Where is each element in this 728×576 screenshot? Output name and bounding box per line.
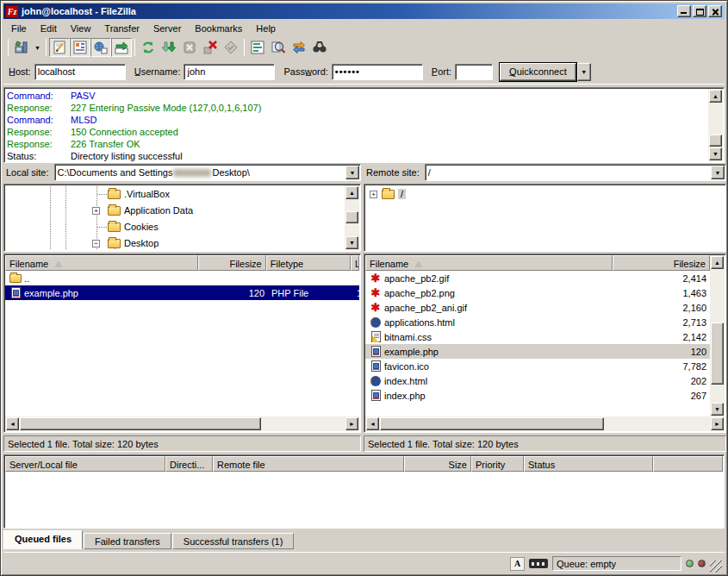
file-row-selected[interactable]: example.php 120 PHP File 1 [5,285,359,300]
local-tree-scrollbar[interactable]: ▲ ▼ [345,185,359,250]
file-row[interactable]: index.html 202 [365,373,710,388]
local-column-filesize[interactable]: Filesize [198,255,265,271]
tree-item-cookies[interactable]: Cookies [6,219,358,235]
host-input[interactable] [34,64,126,80]
scroll-thumb[interactable] [380,417,604,430]
scroll-thumb[interactable] [345,211,358,223]
toggle-local-tree-button[interactable] [70,38,90,57]
local-column-filename[interactable]: Filename [5,255,198,271]
menu-help[interactable]: Help [249,21,283,36]
filter-button[interactable] [247,38,268,57]
queue-column-serverlocal[interactable]: Server/Local file [5,456,165,472]
scroll-thumb[interactable] [20,417,261,430]
data-type-icon[interactable]: A [510,557,525,571]
local-column-filetype[interactable]: Filetype [266,255,351,271]
password-input[interactable] [332,64,423,80]
username-input[interactable] [184,64,275,80]
file-row[interactable]: ✱apache_pb2.png 1,463 [365,285,710,300]
file-row[interactable]: ✱apache_pb2_ani.gif 2,160 [365,300,710,315]
refresh-button[interactable] [138,38,159,57]
expand-plus-icon[interactable] [92,207,100,215]
cancel-operation-button[interactable] [179,38,200,57]
tree-item-application-data[interactable]: Application Data [6,203,358,219]
remote-path-combo[interactable]: / ▼ [425,164,726,181]
remote-tree-icon [92,39,109,56]
file-row[interactable]: favicon.ico 7,782 [365,359,710,373]
directory-comparison-button[interactable] [268,38,289,57]
scroll-right-button[interactable]: ► [711,417,724,430]
queue-column-remotefile[interactable]: Remote file [213,456,404,472]
disconnect-button[interactable] [200,38,221,57]
queue-column-extra[interactable] [653,456,723,472]
expand-plus-icon[interactable] [370,191,377,198]
file-row[interactable]: applications.html 2,713 [365,315,710,329]
log-scrollbar[interactable]: ▲ ▼ [708,89,723,161]
local-path-dropdown[interactable]: ▼ [345,166,359,179]
queue-column-priority[interactable]: Priority [471,456,524,472]
synchronized-browsing-button[interactable] [289,38,309,57]
close-button[interactable] [708,5,722,17]
site-manager-dropdown[interactable]: ▼ [32,38,43,57]
toggle-remote-tree-button[interactable] [90,38,111,57]
tab-queued-files[interactable]: Queued files [3,530,83,549]
menu-transfer[interactable]: Transfer [97,21,146,36]
tab-successful-transfers[interactable]: Successful transfers (1) [172,533,295,549]
remote-vscrollbar[interactable]: ▲ ▼ [710,255,725,416]
scroll-up-button[interactable]: ▲ [345,186,358,199]
quickconnect-dropdown[interactable]: ▼ [577,63,591,81]
queue-column-size[interactable]: Size [404,456,471,472]
scroll-right-button[interactable]: ► [345,417,358,430]
tree-item-desktop[interactable]: Desktop [6,235,358,252]
toggle-transfer-queue-button[interactable] [111,38,132,57]
scroll-thumb[interactable] [711,322,724,385]
remote-hscrollbar[interactable]: ◄ ► [365,416,725,431]
scroll-down-button[interactable]: ▼ [711,403,724,416]
scroll-thumb[interactable] [709,135,722,147]
file-row[interactable]: bitnami.css 2,142 [365,329,710,344]
find-files-button[interactable] [309,38,330,57]
file-row[interactable]: index.php 267 [365,388,710,403]
scroll-left-button[interactable]: ◄ [6,417,19,430]
scroll-left-button[interactable]: ◄ [366,417,379,430]
queue-status: Queue: empty [552,556,681,571]
expand-minus-icon[interactable] [92,240,100,247]
message-log-icon [51,39,68,56]
maximize-button[interactable] [693,5,706,17]
transfer-queue-icon [113,39,130,56]
tab-failed-transfers[interactable]: Failed transfers [84,533,171,549]
file-row-updir[interactable]: .. [5,271,359,285]
queue-body [5,472,723,527]
scroll-down-button[interactable]: ▼ [345,236,358,249]
menu-edit[interactable]: Edit [34,21,64,36]
quickconnect-button[interactable]: Q̲uickconnect [500,63,576,81]
resize-grip[interactable] [710,560,722,573]
scroll-up-button[interactable]: ▲ [709,90,722,103]
toggle-message-log-button[interactable] [49,38,70,57]
local-column-lastmodified[interactable]: L [351,255,359,271]
process-queue-button[interactable] [159,38,179,57]
file-row[interactable]: ✱apache_pb2.gif 2,414 [365,271,710,285]
menu-file[interactable]: File [4,21,34,36]
port-input[interactable] [455,64,493,80]
scroll-up-button[interactable]: ▲ [711,256,724,269]
remote-column-filename[interactable]: Filename [365,255,613,271]
local-hscrollbar[interactable]: ◄ ► [5,416,359,431]
reconnect-button[interactable] [221,38,241,57]
minimize-button[interactable] [677,5,691,17]
menu-server[interactable]: Server [146,21,188,36]
image-file-icon: ✱ [369,303,383,313]
queue-column-status[interactable]: Status [524,456,653,472]
tree-item-virtualbox[interactable]: .VirtualBox [6,186,358,203]
menu-view[interactable]: View [64,21,98,36]
site-manager-button[interactable] [11,38,32,57]
status-badge-icon[interactable] [529,559,548,568]
menu-bookmarks[interactable]: Bookmarks [188,21,249,36]
tree-item-root[interactable]: / [366,186,724,203]
remote-column-filesize[interactable]: Filesize [613,255,710,271]
local-path-combo[interactable]: C:\Documents and SettingsDesktop\ ▼ [54,164,361,181]
remote-path-dropdown[interactable]: ▼ [711,166,725,179]
queue-column-direction[interactable]: Directi... [165,456,213,472]
title-bar[interactable]: Fz john@localhost - FileZilla [3,3,725,19]
file-row-selected[interactable]: example.php 120 [365,344,710,359]
scroll-down-button[interactable]: ▼ [709,147,722,160]
